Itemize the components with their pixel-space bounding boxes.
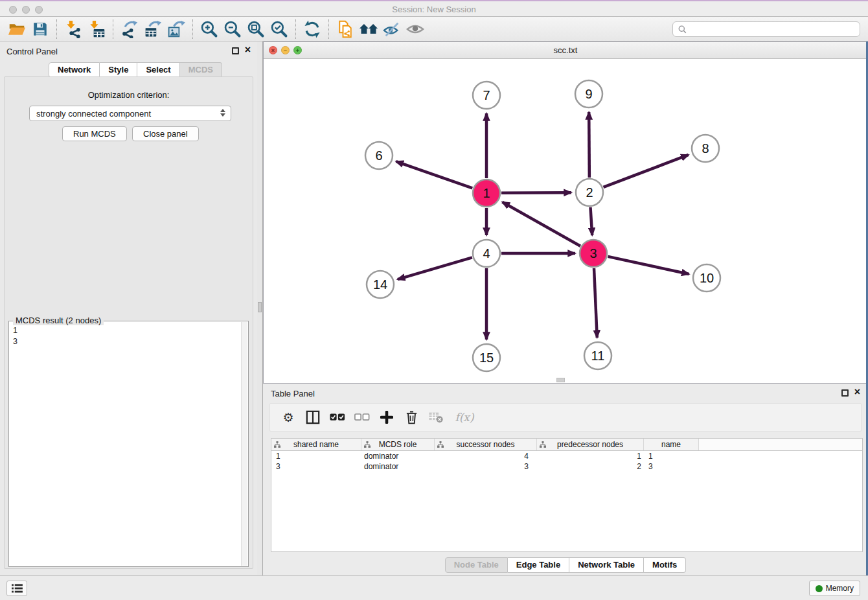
- search-input[interactable]: [689, 23, 860, 36]
- criterion-value: strongly connected component: [36, 109, 151, 119]
- tab-node-table[interactable]: Node Table: [445, 557, 508, 573]
- task-history-button[interactable]: [6, 581, 27, 596]
- cell-name[interactable]: 3: [644, 461, 699, 472]
- column-browser-button[interactable]: [304, 408, 322, 426]
- edge-2-9[interactable]: [589, 112, 589, 178]
- column-header-successor-nodes[interactable]: successor nodes: [435, 439, 537, 450]
- save-session-button[interactable]: [29, 19, 52, 40]
- search-box[interactable]: [672, 21, 860, 37]
- edge-3-10[interactable]: [608, 257, 689, 274]
- close-table-panel-icon[interactable]: ×: [854, 386, 860, 398]
- optimization-criterion-label: Optimization criterion:: [5, 90, 253, 100]
- network-graph: 7968124314101511: [264, 59, 867, 383]
- tab-edge-table[interactable]: Edge Table: [508, 557, 569, 573]
- export-image-button[interactable]: [165, 19, 188, 40]
- mcds-panel: Optimization criterion: strongly connect…: [4, 76, 253, 569]
- cell-predecessor-nodes[interactable]: 1: [537, 451, 644, 461]
- node-14-label: 14: [373, 277, 387, 292]
- show-all-button[interactable]: [404, 19, 427, 40]
- toolbar-divider: [295, 19, 296, 39]
- cell-predecessor-nodes[interactable]: 2: [537, 461, 644, 472]
- first-neighbors-button[interactable]: [357, 19, 380, 40]
- list-icon: [12, 584, 23, 593]
- canvas-splitter-handle[interactable]: [556, 378, 565, 382]
- zoom-selected-button[interactable]: [268, 19, 291, 40]
- control-panel-title: Control Panel: [6, 47, 58, 56]
- edge-4-14[interactable]: [398, 257, 472, 279]
- mcds-result-box: MCDS result (2 nodes) 1 3: [8, 321, 249, 567]
- edge-2-3[interactable]: [590, 207, 592, 235]
- function-builder-button[interactable]: f(x): [451, 408, 477, 426]
- table-row: 1 dominator 4 1 1: [271, 451, 862, 461]
- zoom-out-button[interactable]: [221, 19, 244, 40]
- export-network-button[interactable]: [118, 19, 141, 40]
- select-all-columns-button[interactable]: [328, 408, 347, 426]
- run-mcds-button[interactable]: Run MCDS: [62, 126, 127, 141]
- edge-3-11[interactable]: [594, 268, 597, 338]
- edge-1-2[interactable]: [501, 192, 571, 193]
- cell-name[interactable]: 1: [644, 451, 699, 461]
- export-table-button[interactable]: [141, 19, 165, 40]
- hide-selected-button[interactable]: [380, 19, 404, 40]
- deselect-all-columns-button[interactable]: [353, 408, 371, 426]
- cell-shared-name[interactable]: 3: [271, 461, 361, 472]
- toolbar-divider: [328, 19, 329, 39]
- cell-successor-nodes[interactable]: 3: [435, 461, 537, 472]
- save-icon: [32, 21, 49, 38]
- float-table-panel-icon[interactable]: [841, 389, 849, 397]
- duplicate-network-button[interactable]: [334, 19, 357, 40]
- refresh-icon: [303, 20, 321, 38]
- column-header-mcds-role[interactable]: MCDS role: [361, 439, 435, 450]
- zoom-out-icon: [223, 20, 242, 38]
- folder-open-icon: [7, 21, 27, 38]
- delete-table-button[interactable]: [427, 408, 445, 426]
- table-header-row: shared name MCDS role successor nodes pr…: [271, 439, 862, 451]
- criterion-select[interactable]: strongly connected component: [29, 106, 231, 121]
- attribute-icon: [437, 441, 444, 448]
- table-row: 3 dominator 3 2 3: [271, 461, 862, 472]
- tab-network-table[interactable]: Network Table: [569, 557, 644, 573]
- float-panel-icon[interactable]: [232, 47, 239, 54]
- column-header-shared-name[interactable]: shared name: [271, 439, 361, 450]
- import-network-button[interactable]: [62, 19, 85, 40]
- tab-mcds[interactable]: MCDS: [180, 62, 222, 78]
- cell-successor-nodes[interactable]: 4: [435, 451, 537, 461]
- close-panel-icon[interactable]: ×: [245, 44, 251, 56]
- edge-1-6[interactable]: [396, 161, 472, 188]
- column-header-predecessor-nodes[interactable]: predecessor nodes: [537, 439, 644, 450]
- network-canvas[interactable]: 7968124314101511: [264, 59, 867, 383]
- tab-network[interactable]: Network: [49, 62, 100, 78]
- node-15-label: 15: [479, 351, 494, 365]
- tab-select[interactable]: Select: [137, 62, 179, 78]
- gear-icon: ⚙: [282, 410, 293, 424]
- column-header-name[interactable]: name: [644, 439, 699, 450]
- tab-style[interactable]: Style: [100, 62, 137, 78]
- mcds-result-title: MCDS result (2 nodes): [13, 316, 104, 325]
- table-settings-button[interactable]: ⚙: [279, 408, 297, 426]
- open-session-button[interactable]: [5, 19, 29, 40]
- attribute-icon: [274, 441, 280, 448]
- delete-column-button[interactable]: [402, 408, 420, 426]
- vertical-splitter[interactable]: [257, 41, 263, 575]
- edge-3-1[interactable]: [502, 202, 580, 246]
- refresh-layout-button[interactable]: [301, 19, 324, 40]
- zoom-fit-button[interactable]: [244, 19, 268, 40]
- network-window-titlebar[interactable]: × − + scc.txt: [264, 42, 867, 59]
- zoom-in-button[interactable]: [198, 19, 221, 40]
- tab-motifs[interactable]: Motifs: [644, 557, 686, 573]
- table-panel-header: Table Panel ×: [263, 384, 868, 403]
- app-titlebar: Session: New Session: [0, 0, 868, 17]
- close-panel-button[interactable]: Close panel: [132, 126, 199, 141]
- search-icon: [678, 25, 687, 34]
- edge-2-8[interactable]: [604, 155, 689, 187]
- cell-mcds-role[interactable]: dominator: [361, 451, 435, 461]
- table-panel: Table Panel × ⚙: [263, 384, 868, 575]
- cell-mcds-role[interactable]: dominator: [361, 461, 435, 472]
- node-7-label: 7: [483, 88, 490, 102]
- splitter-handle[interactable]: [258, 302, 262, 312]
- mcds-result-scrollbar[interactable]: [241, 322, 247, 566]
- memory-button[interactable]: Memory: [809, 581, 860, 596]
- add-column-button[interactable]: [378, 408, 396, 426]
- cell-shared-name[interactable]: 1: [271, 451, 361, 461]
- import-table-button[interactable]: [85, 19, 108, 40]
